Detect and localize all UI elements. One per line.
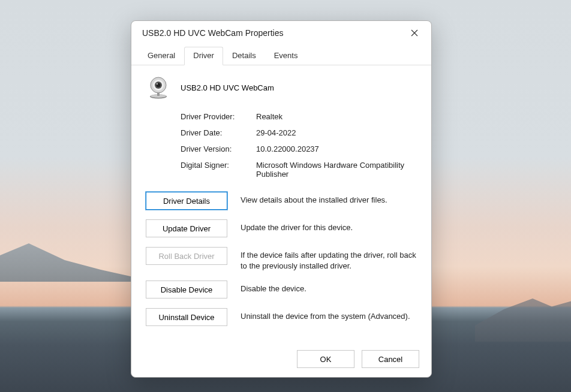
- properties-dialog: USB2.0 HD UVC WebCam Properties General …: [131, 20, 432, 378]
- tab-events[interactable]: Events: [265, 47, 307, 65]
- tab-details[interactable]: Details: [223, 47, 265, 65]
- driver-details-desc: View details about the installed driver …: [241, 192, 387, 206]
- svg-point-7: [157, 83, 158, 85]
- action-row-uninstall: Uninstall Device Uninstall the device fr…: [146, 308, 417, 326]
- action-row-rollback: Roll Back Driver If the device fails aft…: [146, 247, 417, 271]
- tab-general[interactable]: General: [139, 47, 184, 65]
- rollback-driver-button: Roll Back Driver: [146, 247, 227, 265]
- action-row-details: Driver Details View details about the in…: [146, 192, 417, 210]
- close-icon: [411, 29, 418, 37]
- close-button[interactable]: [406, 26, 423, 40]
- action-row-update: Update Driver Update the driver for this…: [146, 219, 417, 237]
- signer-value: Microsoft Windows Hardware Compatibility…: [256, 161, 417, 179]
- tab-strip: General Driver Details Events: [131, 44, 431, 65]
- webcam-icon: [146, 75, 171, 100]
- tab-content: USB2.0 HD UVC WebCam Driver Provider: Re…: [131, 65, 431, 342]
- provider-value: Realtek: [256, 112, 417, 121]
- uninstall-device-button[interactable]: Uninstall Device: [146, 308, 227, 326]
- device-header: USB2.0 HD UVC WebCam: [146, 75, 417, 100]
- provider-label: Driver Provider:: [181, 112, 251, 121]
- cancel-button[interactable]: Cancel: [362, 350, 419, 368]
- update-driver-button[interactable]: Update Driver: [146, 219, 227, 237]
- driver-info-grid: Driver Provider: Realtek Driver Date: 29…: [181, 112, 417, 179]
- version-label: Driver Version:: [181, 144, 251, 153]
- rollback-driver-desc: If the device fails after updating the d…: [241, 247, 417, 271]
- dialog-title: USB2.0 HD UVC WebCam Properties: [142, 28, 283, 38]
- device-name: USB2.0 HD UVC WebCam: [181, 83, 274, 92]
- version-value: 10.0.22000.20237: [256, 144, 417, 153]
- date-label: Driver Date:: [181, 128, 251, 137]
- update-driver-desc: Update the driver for this device.: [241, 219, 353, 233]
- disable-device-button[interactable]: Disable Device: [146, 281, 227, 298]
- tab-driver[interactable]: Driver: [184, 47, 223, 65]
- dialog-footer: OK Cancel: [131, 342, 431, 379]
- disable-device-desc: Disable the device.: [241, 281, 306, 294]
- driver-details-button[interactable]: Driver Details: [146, 192, 227, 210]
- wallpaper-mountain-right: [475, 288, 571, 342]
- titlebar: USB2.0 HD UVC WebCam Properties: [131, 21, 431, 44]
- action-row-disable: Disable Device Disable the device.: [146, 281, 417, 298]
- ok-button[interactable]: OK: [297, 350, 354, 368]
- uninstall-device-desc: Uninstall the device from the system (Ad…: [241, 308, 410, 322]
- signer-label: Digital Signer:: [181, 161, 251, 179]
- wallpaper-mountain: [0, 234, 144, 282]
- date-value: 29-04-2022: [256, 128, 417, 137]
